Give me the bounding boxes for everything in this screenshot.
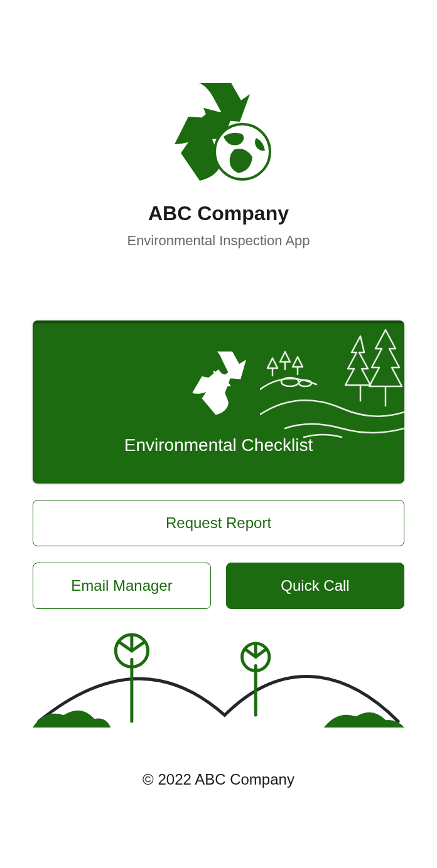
quick-call-button[interactable]: Quick Call xyxy=(226,563,404,609)
footer-copyright: © 2022 ABC Company xyxy=(33,771,404,788)
svg-line-9 xyxy=(132,642,144,651)
email-manager-button[interactable]: Email Manager xyxy=(33,563,211,609)
company-name: ABC Company xyxy=(148,202,289,225)
environmental-checklist-card[interactable]: Environmental Checklist xyxy=(33,320,404,484)
company-logo xyxy=(162,75,275,188)
request-report-button[interactable]: Request Report xyxy=(33,500,404,546)
svg-line-8 xyxy=(119,642,132,651)
app-subtitle: Environmental Inspection App xyxy=(127,233,310,249)
action-button-row: Email Manager Quick Call xyxy=(33,563,404,609)
header: ABC Company Environmental Inspection App xyxy=(0,0,437,249)
main-content: Environmental Checklist Request Report E… xyxy=(0,320,437,788)
landscape-illustration xyxy=(33,628,404,741)
forest-illustration-icon xyxy=(260,320,404,446)
recycle-icon xyxy=(184,349,253,420)
